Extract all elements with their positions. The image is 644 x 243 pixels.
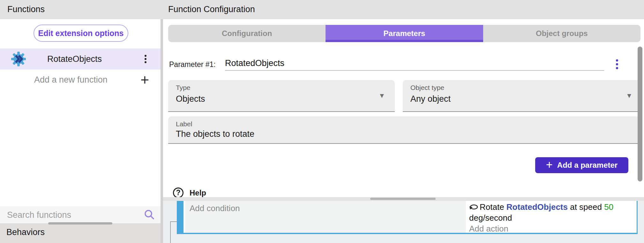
question-mark-icon: ? bbox=[173, 188, 183, 198]
top-header: Functions Function Configuration bbox=[0, 0, 644, 19]
help-link[interactable]: ? Help bbox=[173, 188, 206, 198]
plus-icon: + bbox=[546, 159, 553, 171]
help-label: Help bbox=[190, 188, 206, 197]
add-new-function-row[interactable]: Add a new function + bbox=[0, 70, 161, 90]
add-function-label: Add a new function bbox=[34, 75, 108, 85]
add-function-plus-icon: + bbox=[140, 70, 149, 89]
overlay-resize-handle[interactable] bbox=[370, 198, 436, 200]
functions-sidebar: Edit extension options Rotate bbox=[0, 19, 161, 243]
function-list-item-rotateobjects[interactable]: RotateObjects bbox=[0, 48, 161, 70]
functions-panel-title: Functions bbox=[7, 4, 45, 14]
search-icon bbox=[143, 209, 155, 221]
action-speed-value: 50 bbox=[604, 202, 613, 212]
add-action-link[interactable]: Add action bbox=[469, 223, 633, 233]
panel-divider bbox=[161, 19, 163, 243]
function-gear-icon bbox=[11, 52, 26, 66]
function-item-menu-icon[interactable] bbox=[143, 54, 148, 64]
object-type-select-label: Object type bbox=[410, 84, 444, 92]
object-type-select[interactable]: Object type Any object ▼ bbox=[403, 80, 642, 112]
action-text-prefix: Rotate bbox=[480, 202, 506, 212]
add-parameter-button-label: Add a parameter bbox=[557, 161, 618, 170]
event-sheet-overlay: Add condition Rotate RotatedObjects at s… bbox=[163, 197, 644, 243]
function-configuration-title: Function Configuration bbox=[168, 4, 255, 14]
add-condition-cell[interactable]: Add condition bbox=[185, 201, 466, 233]
action-text-suffix: deg/second bbox=[469, 213, 512, 223]
tab-parameters[interactable]: Parameters bbox=[326, 25, 483, 42]
rotate-action-icon bbox=[469, 203, 479, 211]
parameter-name-field-wrap bbox=[225, 56, 604, 71]
object-type-select-value: Any object bbox=[410, 94, 451, 104]
type-select-value: Objects bbox=[176, 94, 205, 104]
action-row[interactable]: Rotate RotatedObjects at speed 50 deg/se… bbox=[469, 202, 633, 223]
tab-object-groups[interactable]: Object groups bbox=[483, 25, 640, 42]
chevron-down-icon: ▼ bbox=[378, 92, 385, 99]
overlay-top-bar bbox=[163, 197, 644, 201]
vertical-scrollbar-thumb[interactable] bbox=[638, 47, 642, 181]
add-parameter-button[interactable]: + Add a parameter bbox=[535, 157, 628, 173]
parameter-label-field-label: Label bbox=[176, 120, 192, 128]
subevent-connector-horizontal bbox=[170, 221, 177, 222]
parameter-label-field[interactable]: Label The objects to rotate bbox=[168, 116, 642, 144]
chevron-down-icon: ▼ bbox=[626, 92, 633, 99]
function-item-label: RotateObjects bbox=[47, 54, 102, 64]
action-text-middle: at speed bbox=[568, 202, 604, 212]
behaviors-title: Behaviors bbox=[6, 227, 45, 237]
parameter-label-field-value: The objects to rotate bbox=[176, 129, 254, 139]
function-configuration-panel: Configuration Parameters Object groups P… bbox=[163, 19, 644, 197]
event-drag-handle[interactable] bbox=[177, 201, 183, 233]
subevent-connector-vertical bbox=[170, 221, 171, 243]
actions-cell: Rotate RotatedObjects at speed 50 deg/se… bbox=[466, 201, 637, 233]
parameter-menu-icon[interactable] bbox=[615, 58, 619, 70]
behaviors-resize-handle[interactable] bbox=[48, 222, 112, 225]
behaviors-section-header: Behaviors bbox=[0, 223, 161, 243]
search-functions-input[interactable] bbox=[6, 208, 135, 222]
edit-extension-options-button[interactable]: Edit extension options bbox=[34, 25, 128, 42]
parameter-index-label: Parameter #1: bbox=[169, 60, 216, 69]
action-object-name: RotatedObjects bbox=[506, 202, 568, 212]
search-functions-container bbox=[0, 206, 161, 223]
tab-configuration[interactable]: Configuration bbox=[168, 25, 326, 42]
parameter-name-input[interactable] bbox=[225, 56, 604, 70]
type-select-label: Type bbox=[176, 84, 191, 92]
event-block: Add condition Rotate RotatedObjects at s… bbox=[177, 201, 638, 234]
configuration-tabs: Configuration Parameters Object groups bbox=[168, 25, 640, 42]
type-select[interactable]: Type Objects ▼ bbox=[168, 80, 395, 112]
